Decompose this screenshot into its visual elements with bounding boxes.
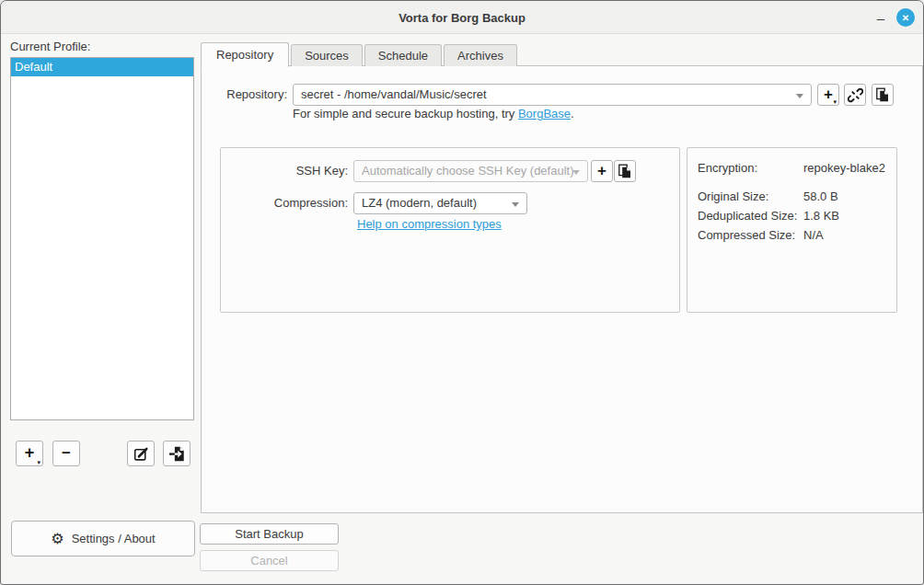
dropdown-arrow-icon bbox=[512, 202, 519, 207]
plus-icon: + bbox=[597, 163, 606, 178]
copy-ssh-key-button[interactable] bbox=[614, 160, 636, 182]
caret-down-icon: ▾ bbox=[833, 98, 837, 105]
dropdown-arrow-icon bbox=[796, 94, 803, 98]
original-size-value: 58.0 B bbox=[803, 189, 838, 203]
start-backup-label: Start Backup bbox=[235, 527, 303, 541]
import-profile-button[interactable] bbox=[163, 441, 191, 466]
repository-label: Repository: bbox=[220, 84, 287, 106]
close-button[interactable]: ✕ bbox=[896, 8, 915, 27]
remove-profile-button[interactable]: − bbox=[52, 441, 80, 466]
compression-help-link[interactable]: Help on compression types bbox=[357, 217, 502, 231]
settings-about-label: Settings / About bbox=[72, 532, 156, 545]
titlebar: Vorta for Borg Backup – ✕ bbox=[1, 1, 923, 34]
borgbase-hint: For simple and secure backup hosting, tr… bbox=[293, 107, 574, 120]
copy-icon bbox=[618, 164, 632, 178]
copy-repository-button[interactable] bbox=[872, 84, 894, 106]
repository-combobox-value: secret - /home/vandal/Music/secret bbox=[301, 87, 487, 101]
original-size-label: Original Size: bbox=[698, 189, 768, 203]
minimize-button[interactable]: – bbox=[872, 8, 890, 27]
minimize-icon: – bbox=[877, 10, 884, 26]
app-window: Vorta for Borg Backup – ✕ Current Profil… bbox=[0, 0, 924, 585]
tab-schedule[interactable]: Schedule bbox=[364, 44, 442, 66]
dropdown-arrow-icon bbox=[572, 170, 580, 175]
tab-bar: Repository Sources Schedule Archives bbox=[201, 41, 519, 66]
start-backup-button[interactable]: Start Backup bbox=[200, 523, 339, 545]
profile-list-item[interactable]: Default bbox=[11, 58, 193, 76]
compression-label: Compression: bbox=[239, 192, 348, 214]
settings-about-button[interactable]: ⚙ Settings / About bbox=[11, 521, 195, 556]
tab-archives[interactable]: Archives bbox=[444, 44, 517, 66]
edit-profile-button[interactable] bbox=[127, 441, 155, 466]
edit-icon bbox=[133, 446, 149, 462]
hint-suffix: . bbox=[571, 107, 574, 120]
ssh-compression-group: SSH Key: Automatically choose SSH Key (d… bbox=[220, 147, 680, 313]
borgbase-link[interactable]: BorgBase bbox=[518, 107, 571, 120]
encryption-value: repokey-blake2 bbox=[803, 161, 885, 175]
unlink-icon bbox=[848, 87, 863, 103]
add-profile-button[interactable]: + ▾ bbox=[16, 441, 43, 466]
close-icon: ✕ bbox=[902, 13, 909, 23]
hint-text: For simple and secure backup hosting, tr… bbox=[293, 107, 518, 120]
cancel-button[interactable]: Cancel bbox=[200, 550, 339, 571]
deduplicated-size-label: Deduplicated Size: bbox=[698, 209, 797, 223]
unlink-repository-button[interactable] bbox=[844, 84, 866, 106]
add-repository-button[interactable]: + ▾ bbox=[817, 84, 839, 106]
caret-down-icon: ▾ bbox=[37, 459, 40, 465]
gear-icon: ⚙ bbox=[51, 532, 64, 546]
tab-sources[interactable]: Sources bbox=[291, 44, 363, 66]
ssh-key-label: SSH Key: bbox=[239, 160, 348, 182]
profile-list[interactable]: Default bbox=[10, 57, 194, 420]
encryption-label: Encryption: bbox=[698, 161, 757, 175]
current-profile-label: Current Profile: bbox=[10, 40, 90, 53]
add-ssh-key-button[interactable]: + bbox=[591, 160, 613, 182]
repository-info-panel: Encryption: repokey-blake2 Original Size… bbox=[687, 147, 897, 313]
import-profile-icon bbox=[169, 446, 185, 462]
ssh-key-combobox-value: Automatically choose SSH Key (default) bbox=[362, 164, 574, 178]
window-title: Vorta for Borg Backup bbox=[1, 1, 923, 34]
minus-icon: − bbox=[62, 445, 71, 461]
repository-combobox[interactable]: secret - /home/vandal/Music/secret bbox=[293, 84, 812, 106]
deduplicated-size-value: 1.8 KB bbox=[803, 209, 839, 223]
plus-icon: + bbox=[25, 444, 35, 461]
compressed-size-label: Compressed Size: bbox=[698, 228, 795, 242]
compression-combobox[interactable]: LZ4 (modern, default) bbox=[353, 192, 527, 214]
plus-icon: + bbox=[824, 86, 833, 102]
compression-combobox-value: LZ4 (modern, default) bbox=[362, 196, 477, 210]
copy-icon bbox=[875, 87, 890, 102]
tab-repository[interactable]: Repository bbox=[201, 42, 289, 67]
ssh-key-combobox[interactable]: Automatically choose SSH Key (default) bbox=[353, 160, 588, 182]
cancel-label: Cancel bbox=[250, 554, 287, 568]
repository-tab-panel: Repository: secret - /home/vandal/Music/… bbox=[201, 65, 923, 513]
compressed-size-value: N/A bbox=[803, 228, 824, 242]
profile-name: Default bbox=[15, 60, 52, 74]
